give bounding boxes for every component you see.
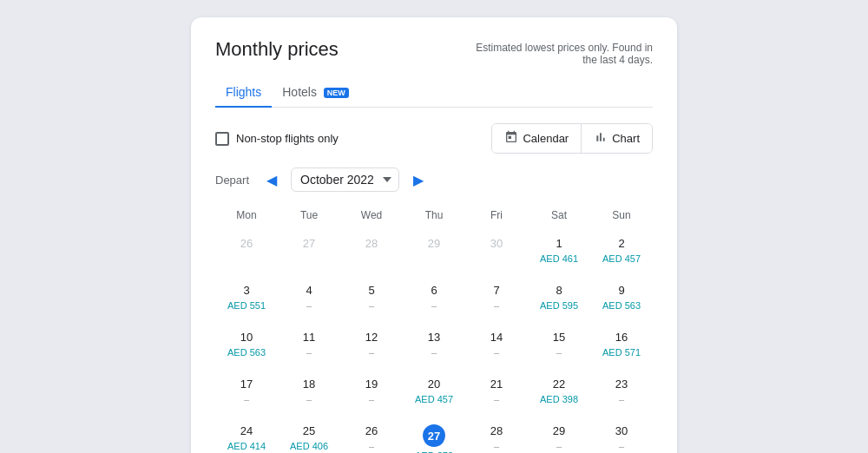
cal-no-price: – [619, 441, 624, 451]
cal-no-price: – [494, 300, 499, 311]
cal-date: 15 [553, 331, 565, 344]
nonstop-checkbox[interactable] [215, 132, 229, 146]
cal-date: 3 [243, 284, 249, 297]
cal-date: 20 [428, 378, 440, 391]
cal-price: AED 457 [415, 394, 453, 404]
calendar-cell: 23– [590, 371, 653, 417]
calendar-cell: 5– [340, 277, 403, 324]
cal-date: 28 [365, 237, 378, 250]
day-header: Sun [590, 204, 653, 226]
calendar-cell[interactable]: 25AED 406 [278, 417, 340, 453]
calendar-cell: 4– [278, 277, 340, 324]
calendar-header: MonTueWedThuFriSatSun [215, 204, 653, 226]
calendar-cell[interactable]: 24AED 414 [215, 417, 278, 453]
tabs-container: Flights Hotels NEW [215, 78, 653, 108]
calendar-cell[interactable]: 20AED 457 [403, 371, 465, 417]
calendar-cell: 28 [340, 230, 403, 277]
calendar-cell[interactable]: 10AED 563 [215, 324, 278, 371]
cal-price: AED 406 [290, 441, 328, 451]
cal-price: AED 563 [602, 300, 641, 311]
day-header: Thu [403, 204, 465, 226]
cal-date: 4 [306, 284, 312, 297]
calendar-cell: 27 [278, 230, 340, 277]
cal-date: 28 [490, 424, 503, 437]
cal-date: 5 [368, 284, 374, 297]
cal-date: 17 [240, 378, 253, 391]
cal-no-price: – [244, 394, 249, 404]
calendar-cell: 7– [465, 277, 528, 324]
day-header: Fri [465, 204, 528, 226]
cal-no-price: – [619, 394, 624, 404]
cal-date: 27 [423, 424, 445, 447]
cal-date: 24 [240, 424, 253, 437]
cal-date: 19 [365, 378, 378, 391]
calendar-cell: 6– [403, 277, 465, 324]
cal-date: 13 [428, 331, 440, 344]
calendar-cell[interactable]: 9AED 563 [590, 277, 653, 324]
cal-date: 9 [618, 284, 624, 297]
calendar-cell[interactable]: 27AED 378 [403, 417, 465, 453]
cal-no-price: – [431, 347, 437, 358]
cal-date: 26 [365, 424, 378, 437]
cal-date: 27 [303, 237, 315, 250]
cal-no-price: – [306, 347, 312, 358]
cal-date: 11 [303, 331, 315, 344]
calendar-cell: 14– [465, 324, 528, 371]
calendar-cell: 29 [403, 230, 465, 277]
calendar-view-button[interactable]: Calendar [492, 124, 582, 153]
cal-no-price: – [369, 394, 374, 404]
cal-date: 25 [303, 424, 315, 437]
cal-date: 10 [240, 331, 253, 344]
calendar-cell: 12– [340, 324, 403, 371]
cal-date: 29 [553, 424, 565, 437]
day-header: Wed [340, 204, 403, 226]
calendar: MonTueWedThuFriSatSun 26272829301AED 461… [215, 204, 653, 453]
subtitle: Estimated lowest prices only. Found in t… [462, 42, 653, 66]
hotels-new-badge: NEW [324, 88, 349, 98]
chart-view-button[interactable]: Chart [582, 124, 652, 153]
tab-hotels[interactable]: Hotels NEW [272, 78, 359, 108]
tab-flights[interactable]: Flights [215, 78, 272, 108]
cal-no-price: – [369, 441, 374, 451]
calendar-cell[interactable]: 16AED 571 [590, 324, 653, 371]
cal-no-price: – [306, 300, 312, 311]
cal-date: 26 [240, 237, 253, 250]
controls-row: Non-stop flights only Calendar Chart [215, 118, 653, 159]
cal-date: 29 [428, 237, 440, 250]
cal-price: AED 563 [227, 347, 266, 358]
calendar-cell[interactable]: 2AED 457 [590, 230, 653, 277]
cal-date: 8 [556, 284, 562, 297]
cal-price: AED 414 [227, 441, 266, 451]
calendar-cell: 13– [403, 324, 465, 371]
cal-date: 7 [493, 284, 499, 297]
day-header: Tue [278, 204, 340, 226]
day-header: Sat [528, 204, 590, 226]
cal-no-price: – [431, 300, 437, 311]
cal-date: 30 [490, 237, 503, 250]
prev-month-button[interactable]: ◀ [260, 167, 284, 192]
calendar-cell[interactable]: 22AED 398 [528, 371, 590, 417]
cal-no-price: – [556, 441, 562, 451]
depart-label: Depart [215, 174, 249, 187]
page-title: Monthly prices [215, 38, 339, 61]
cal-date: 1 [556, 237, 562, 250]
calendar-cell[interactable]: 3AED 551 [215, 277, 278, 324]
cal-no-price: – [369, 300, 374, 311]
calendar-cell: 26 [215, 230, 278, 277]
cal-date: 12 [365, 331, 378, 344]
cal-price: AED 551 [227, 300, 266, 311]
calendar-cell: 30 [465, 230, 528, 277]
day-header: Mon [215, 204, 278, 226]
month-select[interactable]: October 2022 [291, 167, 399, 192]
calendar-cell[interactable]: 1AED 461 [528, 230, 590, 277]
cal-date: 6 [431, 284, 437, 297]
nonstop-checkbox-label[interactable]: Non-stop flights only [215, 132, 339, 146]
cal-date: 22 [553, 378, 565, 391]
cal-no-price: – [306, 394, 312, 404]
calendar-cell[interactable]: 8AED 595 [528, 277, 590, 324]
cal-price: AED 457 [602, 253, 641, 264]
next-month-button[interactable]: ▶ [406, 167, 431, 192]
chart-icon [594, 130, 608, 147]
cal-date: 2 [618, 237, 624, 250]
calendar-cell: 28– [465, 417, 528, 453]
